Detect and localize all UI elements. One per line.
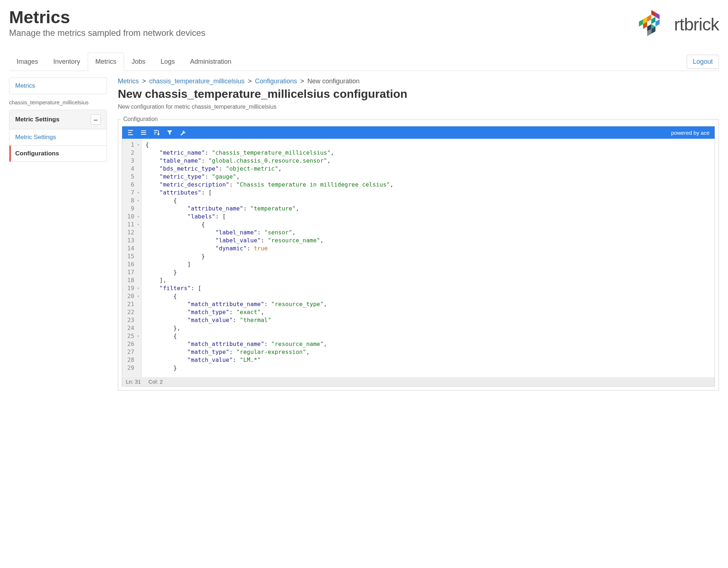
svg-marker-6 [655, 19, 659, 26]
tab-logs[interactable]: Logs [153, 53, 182, 71]
brand-name: rtbrick [674, 14, 719, 34]
logout-button[interactable]: Logout [687, 55, 719, 69]
editor-toolbar: powered by ace [122, 126, 715, 139]
status-col: Col: 2 [149, 379, 163, 385]
logo-icon [634, 7, 669, 42]
breadcrumb-link[interactable]: chassis_temperature_millicelsius [149, 78, 245, 85]
sidebar-metric-name: chassis_temperature_millicelsius [9, 98, 107, 110]
editor-powered-label: powered by ace [671, 130, 710, 136]
svg-marker-2 [647, 14, 651, 22]
tab-administration[interactable]: Administration [182, 53, 239, 71]
code-editor[interactable]: 1▾234567▾8▾910▾11▾1213141516171819▾20▾21… [122, 139, 715, 377]
filter-icon[interactable] [166, 129, 173, 136]
repair-icon[interactable] [179, 129, 186, 136]
compact-icon[interactable] [140, 129, 147, 136]
settings-header-label: Metric Settings [15, 116, 59, 123]
nav-tabs: ImagesInventoryMetricsJobsLogsAdministra… [9, 53, 239, 71]
tab-jobs[interactable]: Jobs [124, 53, 153, 71]
editor-status-bar: Ln: 31 Col: 2 [122, 377, 715, 386]
sidebar-item-configurations[interactable]: Configurations [9, 146, 107, 162]
page-title: Metrics [9, 7, 206, 27]
breadcrumb-current: New configuration [307, 78, 360, 85]
breadcrumb-link[interactable]: Configurations [255, 78, 297, 85]
status-line: Ln: 31 [126, 379, 141, 385]
sidebar-metrics-link[interactable]: Metrics [9, 78, 107, 94]
brand-logo: rtbrick [634, 7, 719, 42]
svg-marker-0 [652, 10, 655, 17]
format-icon[interactable] [127, 129, 134, 136]
page-subtitle: Manage the metrics sampled from network … [9, 28, 206, 38]
tab-images[interactable]: Images [9, 53, 46, 71]
svg-marker-4 [639, 19, 643, 26]
content-heading: New chassis_temperature_millicelsius con… [118, 87, 719, 101]
svg-marker-1 [655, 12, 659, 19]
collapse-button[interactable]: – [91, 114, 101, 125]
breadcrumb-link[interactable]: Metrics [118, 78, 139, 85]
sort-icon[interactable] [153, 129, 160, 136]
tab-inventory[interactable]: Inventory [46, 53, 88, 71]
content-subtitle: New configuration for metric chassis_tem… [118, 104, 719, 110]
fieldset-legend: Configuration [121, 116, 160, 122]
tab-metrics[interactable]: Metrics [88, 53, 124, 71]
svg-marker-5 [652, 17, 655, 24]
sidebar-item-metric-settings[interactable]: Metric Settings [9, 129, 107, 146]
breadcrumb: Metrics > chassis_temperature_millicelsi… [118, 78, 719, 85]
